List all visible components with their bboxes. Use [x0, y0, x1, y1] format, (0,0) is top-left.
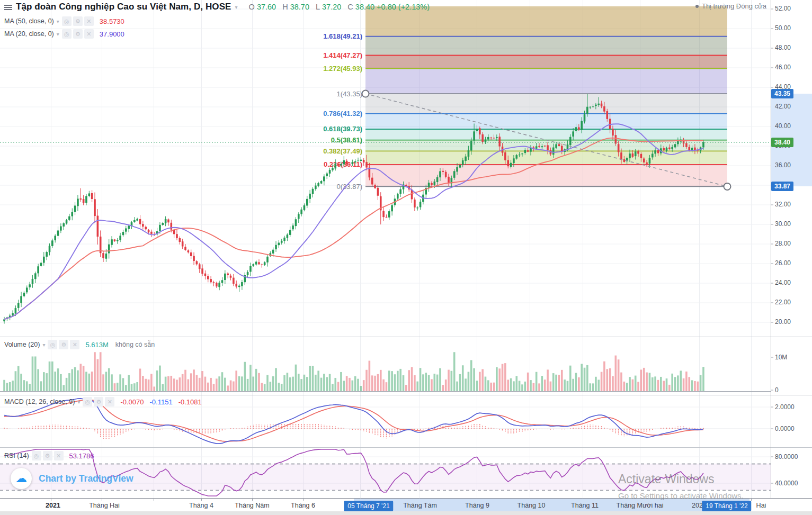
time-tick-label: Tháng Hai: [89, 502, 120, 509]
rsi-controls: ◎⚙✕: [32, 451, 64, 460]
ma50-value: 38.5730: [100, 17, 124, 25]
indicator-tick-label: 0: [775, 386, 779, 394]
eye-icon[interactable]: ◎: [62, 29, 72, 39]
ma50-controls: ◎⚙✕: [62, 16, 94, 26]
svg-text:1.272(45.93): 1.272(45.93): [323, 65, 362, 73]
chevron-down-icon[interactable]: ▾: [42, 342, 45, 348]
close-icon[interactable]: ✕: [54, 451, 64, 460]
svg-text:0.382(37.49): 0.382(37.49): [323, 147, 362, 155]
gear-icon[interactable]: ⚙: [43, 451, 52, 460]
chevron-down-icon[interactable]: ▾: [77, 399, 80, 405]
chart-canvas[interactable]: 1.618(49.21)1.414(47.27)1.272(45.93)1(43…: [0, 0, 812, 515]
ma50-legend: MA (50, close, 0) ▾ ◎⚙✕ 38.5730: [4, 16, 124, 26]
close-label: C: [347, 3, 353, 11]
low-value: 37.20: [322, 3, 341, 11]
price-tick-label: 28.00: [775, 240, 791, 247]
fib-handle[interactable]: [724, 183, 731, 190]
svg-text:0.5(38.61): 0.5(38.61): [331, 136, 362, 144]
time-tick-label: Tháng 10: [517, 502, 546, 509]
time-badge: 05 Tháng 7 '21: [344, 501, 393, 511]
svg-text:0(33.87): 0(33.87): [337, 183, 362, 191]
high-label: H: [282, 3, 288, 11]
macd-legend: MACD (12, 26, close, 9) ▾ ◎⚙✕ -0.0070 -0…: [4, 397, 202, 406]
indicator-tick-label: 10M: [775, 354, 787, 361]
rsi-value: 53.1786: [69, 452, 94, 460]
price-tick-label: 40.00: [775, 122, 791, 130]
high-value: 38.70: [290, 3, 309, 11]
price-tick-label: 30.00: [775, 220, 791, 228]
open-label: O: [249, 3, 255, 11]
ma20-label[interactable]: MA (20, close, 0): [4, 30, 54, 38]
indicator-tick-label: 40.0000: [775, 480, 798, 487]
svg-text:1(43.35): 1(43.35): [337, 90, 362, 98]
gear-icon[interactable]: ⚙: [73, 16, 83, 26]
indicator-tick-label: 0.0000: [775, 425, 795, 432]
price-tick-label: 32.00: [775, 201, 791, 208]
time-tick-label: Tháng Tám: [403, 502, 437, 509]
time-tick-label: Tháng 4: [189, 502, 213, 509]
gear-icon[interactable]: ⚙: [59, 340, 68, 349]
eye-icon[interactable]: ◎: [62, 16, 72, 26]
price-badge: 33.87: [771, 182, 793, 191]
tradingview-chart-app: 1.618(49.21)1.414(47.27)1.272(45.93)1(43…: [0, 0, 812, 515]
price-tick-label: 20.00: [775, 318, 791, 326]
price-tick-label: 24.00: [775, 279, 791, 286]
time-tick-label: Tháng 6: [291, 502, 315, 509]
fib-handle[interactable]: [362, 91, 369, 97]
ma20-controls: ◎⚙✕: [62, 29, 94, 39]
price-tick-label: 26.00: [775, 259, 791, 267]
gear-icon[interactable]: ⚙: [94, 397, 103, 406]
change-value: +0.80 (+2.13%): [377, 3, 430, 11]
activate-windows-text: Activate Windows: [618, 472, 715, 486]
low-label: L: [316, 3, 320, 11]
volume-note: không có sẵn: [115, 341, 155, 348]
ohlc-values: O37.60 H38.70 L37.20 C38.40 +0.80 (+2.13…: [245, 3, 430, 11]
volume-value: 5.613M: [85, 341, 108, 349]
indicator-tick-label: 80.0000: [775, 453, 798, 460]
market-status-text: Thị trường Đóng cửa: [702, 2, 766, 10]
ma20-legend: MA (20, close, 0) ▾ ◎⚙✕ 37.9000: [4, 29, 124, 39]
price-tick-label: 46.00: [775, 64, 791, 71]
price-tick-label: 22.00: [775, 299, 791, 306]
menu-icon[interactable]: [4, 5, 12, 11]
tradingview-watermark-text[interactable]: Chart by TradingView: [39, 473, 133, 484]
eye-icon[interactable]: ◎: [48, 340, 57, 349]
gear-icon[interactable]: ⚙: [73, 29, 83, 39]
activate-windows-subtext: Go to Settings to activate Windows.: [618, 491, 744, 500]
chevron-down-icon[interactable]: ▾: [57, 31, 59, 37]
close-icon[interactable]: ✕: [84, 16, 94, 26]
ma50-label[interactable]: MA (50, close, 0): [4, 17, 54, 25]
price-tick-label: 48.00: [775, 44, 791, 51]
time-tick-label: Tháng Năm: [235, 502, 269, 509]
market-status-dot-icon: [695, 5, 699, 8]
eye-icon[interactable]: ◎: [83, 397, 92, 406]
macd-controls: ◎⚙✕: [83, 397, 114, 406]
price-tick-label: 42.00: [775, 103, 791, 110]
chevron-down-icon[interactable]: ▾: [235, 4, 238, 10]
volume-label[interactable]: Volume (20): [4, 341, 40, 348]
volume-legend: Volume (20) ▾ ◎⚙✕ 5.613M không có sẵn: [4, 340, 155, 349]
rsi-legend: RSI (14) ◎⚙✕ 53.1786: [4, 451, 94, 460]
close-icon[interactable]: ✕: [84, 29, 94, 39]
svg-text:0.618(39.73): 0.618(39.73): [323, 125, 362, 133]
bottom-strip: [0, 511, 812, 515]
close-icon[interactable]: ✕: [105, 397, 114, 406]
close-icon[interactable]: ✕: [70, 340, 79, 349]
macd-value-3: -0.1081: [179, 398, 202, 406]
volume-controls: ◎⚙✕: [48, 340, 79, 349]
symbol-title[interactable]: Tập đoàn Công nghiệp Cao su Việt Nam, D,…: [16, 2, 231, 12]
price-badge: 43.35: [771, 89, 793, 98]
eye-icon[interactable]: ◎: [32, 451, 41, 460]
tradingview-watermark: ☁ Chart by TradingView: [11, 468, 133, 489]
time-tick-label: Tháng 11: [571, 502, 599, 509]
chevron-down-icon[interactable]: ▾: [57, 19, 59, 24]
macd-label[interactable]: MACD (12, 26, close, 9): [4, 398, 75, 405]
rsi-label[interactable]: RSI (14): [4, 452, 29, 459]
svg-text:1.618(49.21): 1.618(49.21): [323, 32, 362, 40]
price-badge: 38.40: [771, 138, 793, 147]
indicator-tick-label: 2.0000: [775, 403, 795, 411]
tradingview-logo-icon[interactable]: ☁: [11, 468, 32, 489]
price-tick-label: 50.00: [775, 24, 791, 32]
ma20-value: 37.9000: [100, 30, 124, 38]
close-value: 38.40: [355, 3, 374, 11]
